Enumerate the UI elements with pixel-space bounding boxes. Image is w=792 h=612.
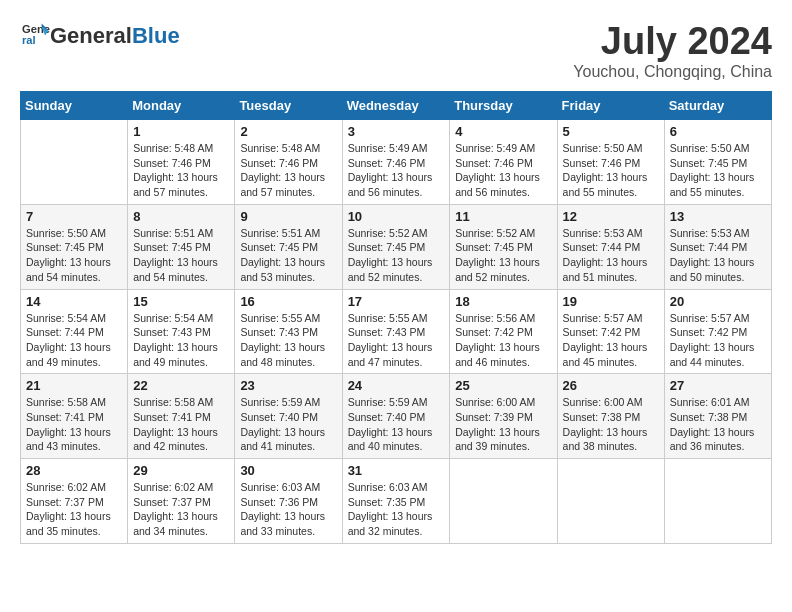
day-cell: 27Sunrise: 6:01 AM Sunset: 7:38 PM Dayli… xyxy=(664,374,771,459)
day-cell: 7Sunrise: 5:50 AM Sunset: 7:45 PM Daylig… xyxy=(21,204,128,289)
day-info: Sunrise: 5:52 AM Sunset: 7:45 PM Dayligh… xyxy=(348,226,445,285)
day-info: Sunrise: 5:57 AM Sunset: 7:42 PM Dayligh… xyxy=(670,311,766,370)
day-number: 18 xyxy=(455,294,551,309)
day-number: 27 xyxy=(670,378,766,393)
day-info: Sunrise: 5:55 AM Sunset: 7:43 PM Dayligh… xyxy=(348,311,445,370)
day-cell: 3Sunrise: 5:49 AM Sunset: 7:46 PM Daylig… xyxy=(342,120,450,205)
day-info: Sunrise: 5:55 AM Sunset: 7:43 PM Dayligh… xyxy=(240,311,336,370)
day-cell: 28Sunrise: 6:02 AM Sunset: 7:37 PM Dayli… xyxy=(21,459,128,544)
day-cell: 17Sunrise: 5:55 AM Sunset: 7:43 PM Dayli… xyxy=(342,289,450,374)
title-block: July 2024 Youchou, Chongqing, China xyxy=(573,20,772,81)
day-cell: 9Sunrise: 5:51 AM Sunset: 7:45 PM Daylig… xyxy=(235,204,342,289)
day-number: 10 xyxy=(348,209,445,224)
weekday-header-row: SundayMondayTuesdayWednesdayThursdayFrid… xyxy=(21,92,772,120)
day-info: Sunrise: 6:01 AM Sunset: 7:38 PM Dayligh… xyxy=(670,395,766,454)
day-info: Sunrise: 5:51 AM Sunset: 7:45 PM Dayligh… xyxy=(240,226,336,285)
day-info: Sunrise: 5:49 AM Sunset: 7:46 PM Dayligh… xyxy=(348,141,445,200)
day-info: Sunrise: 5:59 AM Sunset: 7:40 PM Dayligh… xyxy=(348,395,445,454)
day-cell xyxy=(557,459,664,544)
day-cell: 10Sunrise: 5:52 AM Sunset: 7:45 PM Dayli… xyxy=(342,204,450,289)
day-cell: 14Sunrise: 5:54 AM Sunset: 7:44 PM Dayli… xyxy=(21,289,128,374)
day-info: Sunrise: 6:02 AM Sunset: 7:37 PM Dayligh… xyxy=(26,480,122,539)
day-number: 8 xyxy=(133,209,229,224)
day-info: Sunrise: 6:03 AM Sunset: 7:35 PM Dayligh… xyxy=(348,480,445,539)
day-cell: 25Sunrise: 6:00 AM Sunset: 7:39 PM Dayli… xyxy=(450,374,557,459)
weekday-header-monday: Monday xyxy=(128,92,235,120)
day-info: Sunrise: 5:48 AM Sunset: 7:46 PM Dayligh… xyxy=(133,141,229,200)
day-cell: 5Sunrise: 5:50 AM Sunset: 7:46 PM Daylig… xyxy=(557,120,664,205)
weekday-header-tuesday: Tuesday xyxy=(235,92,342,120)
week-row-2: 7Sunrise: 5:50 AM Sunset: 7:45 PM Daylig… xyxy=(21,204,772,289)
day-number: 11 xyxy=(455,209,551,224)
day-number: 6 xyxy=(670,124,766,139)
day-number: 31 xyxy=(348,463,445,478)
day-cell: 19Sunrise: 5:57 AM Sunset: 7:42 PM Dayli… xyxy=(557,289,664,374)
calendar-table: SundayMondayTuesdayWednesdayThursdayFrid… xyxy=(20,91,772,544)
day-cell xyxy=(664,459,771,544)
day-info: Sunrise: 5:54 AM Sunset: 7:43 PM Dayligh… xyxy=(133,311,229,370)
logo: Gene ral GeneralBlue xyxy=(20,20,180,52)
day-cell: 24Sunrise: 5:59 AM Sunset: 7:40 PM Dayli… xyxy=(342,374,450,459)
weekday-header-thursday: Thursday xyxy=(450,92,557,120)
week-row-1: 1Sunrise: 5:48 AM Sunset: 7:46 PM Daylig… xyxy=(21,120,772,205)
day-cell: 4Sunrise: 5:49 AM Sunset: 7:46 PM Daylig… xyxy=(450,120,557,205)
day-cell: 31Sunrise: 6:03 AM Sunset: 7:35 PM Dayli… xyxy=(342,459,450,544)
day-cell: 13Sunrise: 5:53 AM Sunset: 7:44 PM Dayli… xyxy=(664,204,771,289)
week-row-4: 21Sunrise: 5:58 AM Sunset: 7:41 PM Dayli… xyxy=(21,374,772,459)
day-cell xyxy=(21,120,128,205)
month-year-title: July 2024 xyxy=(573,20,772,63)
logo-icon: Gene ral xyxy=(22,20,50,48)
day-cell: 11Sunrise: 5:52 AM Sunset: 7:45 PM Dayli… xyxy=(450,204,557,289)
svg-text:ral: ral xyxy=(22,34,36,46)
day-info: Sunrise: 5:54 AM Sunset: 7:44 PM Dayligh… xyxy=(26,311,122,370)
day-number: 21 xyxy=(26,378,122,393)
day-number: 23 xyxy=(240,378,336,393)
day-info: Sunrise: 5:48 AM Sunset: 7:46 PM Dayligh… xyxy=(240,141,336,200)
day-number: 7 xyxy=(26,209,122,224)
day-info: Sunrise: 6:00 AM Sunset: 7:39 PM Dayligh… xyxy=(455,395,551,454)
day-number: 26 xyxy=(563,378,659,393)
day-info: Sunrise: 5:51 AM Sunset: 7:45 PM Dayligh… xyxy=(133,226,229,285)
day-number: 30 xyxy=(240,463,336,478)
day-number: 19 xyxy=(563,294,659,309)
day-info: Sunrise: 5:56 AM Sunset: 7:42 PM Dayligh… xyxy=(455,311,551,370)
day-number: 28 xyxy=(26,463,122,478)
day-number: 3 xyxy=(348,124,445,139)
weekday-header-friday: Friday xyxy=(557,92,664,120)
day-info: Sunrise: 6:03 AM Sunset: 7:36 PM Dayligh… xyxy=(240,480,336,539)
day-number: 20 xyxy=(670,294,766,309)
day-cell: 2Sunrise: 5:48 AM Sunset: 7:46 PM Daylig… xyxy=(235,120,342,205)
day-info: Sunrise: 6:00 AM Sunset: 7:38 PM Dayligh… xyxy=(563,395,659,454)
day-info: Sunrise: 5:49 AM Sunset: 7:46 PM Dayligh… xyxy=(455,141,551,200)
day-number: 4 xyxy=(455,124,551,139)
day-cell: 18Sunrise: 5:56 AM Sunset: 7:42 PM Dayli… xyxy=(450,289,557,374)
day-cell: 21Sunrise: 5:58 AM Sunset: 7:41 PM Dayli… xyxy=(21,374,128,459)
day-info: Sunrise: 5:53 AM Sunset: 7:44 PM Dayligh… xyxy=(563,226,659,285)
day-info: Sunrise: 6:02 AM Sunset: 7:37 PM Dayligh… xyxy=(133,480,229,539)
day-number: 5 xyxy=(563,124,659,139)
day-info: Sunrise: 5:50 AM Sunset: 7:45 PM Dayligh… xyxy=(26,226,122,285)
day-cell: 20Sunrise: 5:57 AM Sunset: 7:42 PM Dayli… xyxy=(664,289,771,374)
day-number: 12 xyxy=(563,209,659,224)
day-cell: 29Sunrise: 6:02 AM Sunset: 7:37 PM Dayli… xyxy=(128,459,235,544)
day-info: Sunrise: 5:59 AM Sunset: 7:40 PM Dayligh… xyxy=(240,395,336,454)
day-cell: 15Sunrise: 5:54 AM Sunset: 7:43 PM Dayli… xyxy=(128,289,235,374)
day-cell: 26Sunrise: 6:00 AM Sunset: 7:38 PM Dayli… xyxy=(557,374,664,459)
day-number: 17 xyxy=(348,294,445,309)
day-number: 14 xyxy=(26,294,122,309)
week-row-3: 14Sunrise: 5:54 AM Sunset: 7:44 PM Dayli… xyxy=(21,289,772,374)
day-cell: 1Sunrise: 5:48 AM Sunset: 7:46 PM Daylig… xyxy=(128,120,235,205)
weekday-header-sunday: Sunday xyxy=(21,92,128,120)
day-cell xyxy=(450,459,557,544)
day-cell: 8Sunrise: 5:51 AM Sunset: 7:45 PM Daylig… xyxy=(128,204,235,289)
week-row-5: 28Sunrise: 6:02 AM Sunset: 7:37 PM Dayli… xyxy=(21,459,772,544)
day-number: 24 xyxy=(348,378,445,393)
day-cell: 6Sunrise: 5:50 AM Sunset: 7:45 PM Daylig… xyxy=(664,120,771,205)
logo-text: GeneralBlue xyxy=(50,24,180,48)
day-number: 29 xyxy=(133,463,229,478)
day-cell: 12Sunrise: 5:53 AM Sunset: 7:44 PM Dayli… xyxy=(557,204,664,289)
day-number: 13 xyxy=(670,209,766,224)
day-number: 25 xyxy=(455,378,551,393)
day-number: 16 xyxy=(240,294,336,309)
day-number: 1 xyxy=(133,124,229,139)
